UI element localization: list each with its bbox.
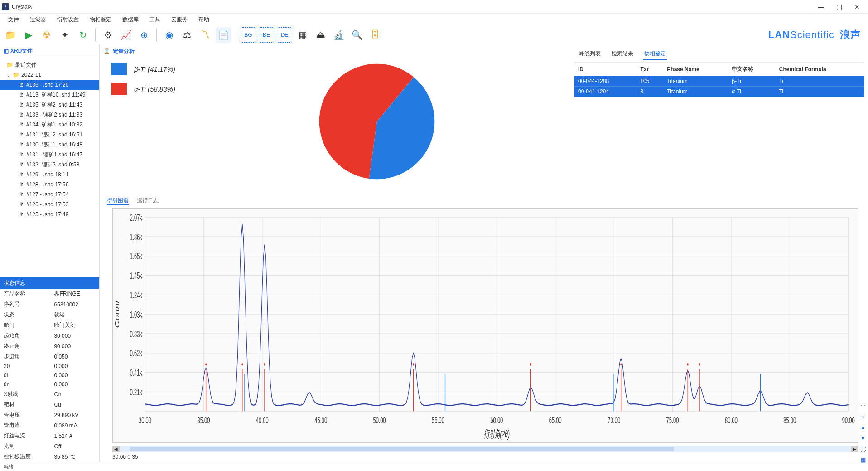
file-tree[interactable]: 📁最近文件⌄📁2022-11🗎#136 - .shd 17:20🗎#113 -矿… — [0, 58, 99, 277]
grid-toggle-icon[interactable]: ▦ — [859, 456, 867, 464]
scroll-left-button[interactable]: ◀ — [112, 446, 120, 452]
target-icon[interactable]: ⊕ — [136, 27, 152, 43]
tree-item-5[interactable]: 🗎#131 -锂矿2 .shd 16:51 — [0, 130, 99, 140]
mountain-icon[interactable]: ⛰ — [313, 27, 328, 43]
svg-text:85.00: 85.00 — [783, 415, 796, 426]
tree-item-6[interactable]: 🗎#130 -锂矿1 .shd 16:48 — [0, 140, 99, 150]
search-icon[interactable]: 🔍 — [349, 27, 365, 43]
status-row: 起始角30.000 — [0, 330, 99, 341]
shutter-icon[interactable]: ✦ — [57, 27, 72, 43]
spectrum-scrollbar[interactable]: ◀ ▶ — [112, 446, 858, 452]
file-icon: 🗎 — [19, 161, 24, 168]
status-row: θi0.000 — [0, 371, 99, 380]
tree-item-2[interactable]: 🗎#135 -矿样2 .shd 11:43 — [0, 100, 99, 110]
status-row: 光闸Off — [0, 441, 99, 452]
menu-数据库[interactable]: 数据库 — [118, 15, 143, 24]
phase-table[interactable]: IDTxrPhase Name中文名称Chemical Formula 00-0… — [574, 63, 864, 97]
menu-云服务[interactable]: 云服务 — [167, 15, 192, 24]
ident-tab-0[interactable]: 峰线列表 — [578, 48, 602, 60]
ident-tab-2[interactable]: 物相鉴定 — [643, 48, 667, 60]
tree-item-9[interactable]: 🗎#129 - .shd 18:11 — [0, 170, 99, 180]
file-icon: 🗎 — [19, 171, 24, 178]
minimize-button[interactable]: — — [812, 0, 830, 14]
phase-row[interactable]: 00-044-12943Titaniumα-TiTi — [574, 87, 864, 97]
menu-工具[interactable]: 工具 — [145, 15, 165, 24]
spectrum-tab-0[interactable]: 衍射图谱 — [107, 197, 129, 205]
col-header[interactable]: Chemical Formula — [776, 63, 864, 76]
ident-tab-1[interactable]: 检索结果 — [611, 48, 634, 60]
col-header[interactable]: Txr — [637, 63, 663, 76]
svg-text:1.65k: 1.65k — [130, 251, 143, 262]
zoom-x-icon[interactable]: ↔ — [859, 413, 867, 421]
grid-icon[interactable]: ▦ — [295, 27, 310, 43]
fingerprint-icon[interactable]: ◉ — [161, 27, 177, 43]
svg-text:1.86k: 1.86k — [130, 232, 143, 243]
menu-衍射设置[interactable]: 衍射设置 — [53, 15, 83, 24]
tree-item-4[interactable]: 🗎#134 -矿样1 .shd 10:32 — [0, 120, 99, 130]
database-icon[interactable]: 🗄 — [367, 27, 383, 43]
menu-过滤器[interactable]: 过滤器 — [25, 15, 51, 24]
svg-point-62 — [687, 363, 689, 366]
chart-icon[interactable]: 〽 — [198, 27, 213, 43]
be-icon[interactable]: BE — [259, 27, 274, 43]
status-row: 管电压29.890 kV — [0, 410, 99, 420]
tree-item-13[interactable]: 🗎#125 - .shd 17:49 — [0, 209, 99, 219]
compare-icon[interactable]: ⚖ — [179, 27, 195, 43]
run-icon[interactable]: ▶ — [21, 27, 36, 43]
tree-item-8[interactable]: 🗎#132 -锂矿2 .shd 9:58 — [0, 160, 99, 170]
menu-帮助[interactable]: 帮助 — [194, 15, 214, 24]
maximize-button[interactable]: ▢ — [830, 0, 848, 14]
scroll-right-button[interactable]: ▶ — [851, 446, 858, 452]
spectrum-icon[interactable]: 📈 — [118, 27, 134, 43]
tree-folder[interactable]: ⌄📁2022-11 — [0, 70, 99, 80]
file-icon: 🗎 — [19, 201, 24, 208]
settings-icon[interactable]: ⚙ — [100, 27, 116, 43]
bg-icon[interactable]: BG — [241, 27, 256, 43]
col-header[interactable]: ID — [574, 63, 637, 76]
down-icon[interactable]: ▼ — [859, 434, 867, 442]
svg-text:60.00: 60.00 — [490, 415, 503, 426]
phase-row[interactable]: 00-044-1288105Titaniumβ-TiTi — [574, 76, 864, 87]
flask-icon: ⌛ — [103, 48, 110, 54]
spectrum-plot[interactable]: 30.0035.0040.0045.0050.0055.0060.0065.00… — [112, 208, 858, 443]
file-icon: 🗎 — [19, 141, 24, 148]
folder-icon: 📁 — [6, 62, 13, 68]
tree-item-11[interactable]: 🗎#127 - .shd 17:54 — [0, 189, 99, 199]
menu-文件[interactable]: 文件 — [4, 15, 24, 24]
report-icon[interactable]: 📄 — [216, 27, 231, 43]
tree-item-3[interactable]: 🗎#133 - 镁矿2.shd 11:33 — [0, 110, 99, 120]
svg-text:30.00: 30.00 — [139, 415, 151, 426]
tree-item-0[interactable]: 🗎#136 - .shd 17:20 — [0, 80, 99, 90]
tree-recent[interactable]: 📁最近文件 — [0, 60, 99, 70]
open-icon[interactable]: 📁 — [3, 27, 18, 43]
svg-point-58 — [530, 363, 531, 366]
analyze-icon[interactable]: 🔬 — [331, 27, 347, 43]
status-row: 状态就绪 — [0, 310, 99, 320]
svg-point-50 — [205, 363, 207, 366]
up-icon[interactable]: ▲ — [859, 423, 867, 432]
svg-text:1.45k: 1.45k — [130, 270, 143, 281]
cursor-coords: 30.00 0 35 — [103, 452, 868, 462]
ident-tabs: 峰线列表检索结果物相鉴定 — [574, 46, 864, 63]
scroll-thumb[interactable] — [130, 447, 674, 451]
tree-item-1[interactable]: 🗎#113 -矿样10 .shd 11:49 — [0, 90, 99, 100]
menu-物相鉴定[interactable]: 物相鉴定 — [85, 15, 116, 24]
more-icon[interactable]: ⋯ — [859, 402, 867, 410]
tree-item-10[interactable]: 🗎#128 - .shd 17:56 — [0, 180, 99, 189]
expand-icon[interactable]: ⛶ — [859, 445, 867, 453]
spectrum-tab-1[interactable]: 运行日志 — [137, 197, 159, 205]
file-icon: 🗎 — [19, 102, 24, 108]
tree-item-12[interactable]: 🗎#126 - .shd 17:53 — [0, 199, 99, 209]
refresh-icon[interactable]: ↻ — [75, 27, 91, 43]
radiation-icon[interactable]: ☢ — [39, 27, 54, 43]
tree-item-7[interactable]: 🗎#131 - 锂矿1.shd 16:47 — [0, 150, 99, 160]
status-row: 管电流0.089 mA — [0, 420, 99, 431]
col-header[interactable]: Phase Name — [663, 63, 728, 76]
pie-chart — [313, 58, 440, 185]
close-button[interactable]: ✕ — [848, 0, 866, 14]
file-icon: 🗎 — [19, 82, 24, 88]
col-header[interactable]: 中文名称 — [728, 63, 776, 76]
de-icon[interactable]: DE — [277, 27, 292, 43]
quant-analysis-header: ⌛ 定量分析 — [103, 44, 571, 58]
menubar: 文件过滤器衍射设置物相鉴定数据库工具云服务帮助 — [0, 14, 868, 25]
